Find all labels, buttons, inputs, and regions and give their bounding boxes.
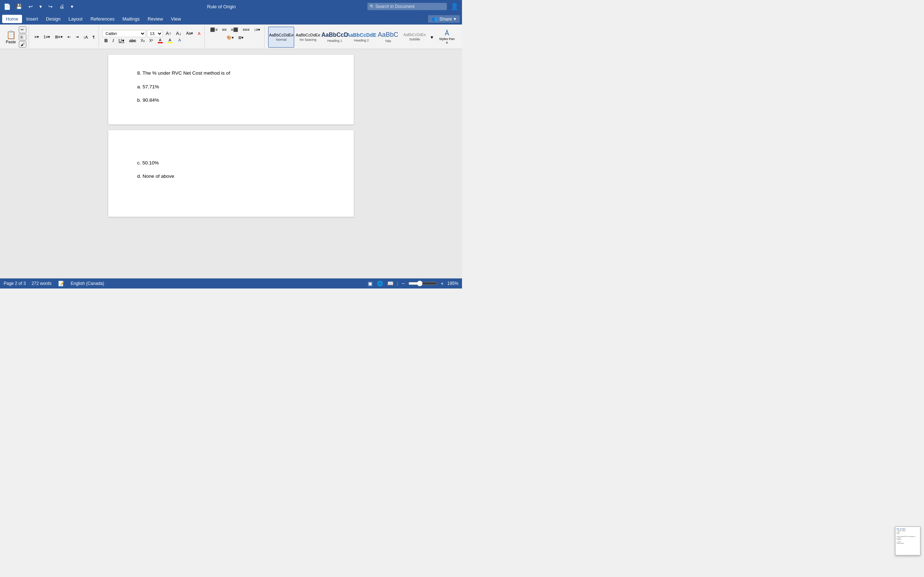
document-area: 8. The % under RVC Net Cost method is of… <box>0 49 462 279</box>
style-normal-preview: AaBbCcDdEe <box>269 33 294 37</box>
undo-button[interactable]: ↩ <box>26 3 35 10</box>
menu-insert[interactable]: Insert <box>23 15 42 23</box>
search-input[interactable] <box>367 3 447 10</box>
strikethrough-button[interactable]: abc <box>128 37 138 44</box>
text-effect-button[interactable]: A <box>175 37 184 44</box>
highlight-color-button[interactable]: A <box>166 37 174 44</box>
font-color-preview: A <box>159 38 162 42</box>
paragraph-group: ⬛≡ ≡≡ ≡⬛ ≡≡≡ ↕≡▾ 🎨▾ ⊞▾ <box>206 26 265 48</box>
menu-references[interactable]: References <box>87 15 118 23</box>
print-layout-icon[interactable]: ▣ <box>367 280 373 287</box>
subscript-button[interactable]: X₂ <box>139 37 147 44</box>
styles-more-button[interactable]: ▾ <box>428 27 435 48</box>
redo-button[interactable]: ↪ <box>46 3 55 10</box>
customize-button[interactable]: ▾ <box>69 3 76 10</box>
copy-button[interactable]: ⎘ <box>19 34 26 40</box>
show-formatting-button[interactable]: ¶ <box>90 34 96 41</box>
user-icon[interactable]: 👤 <box>451 3 459 10</box>
cut-icon: ✂ <box>21 27 24 32</box>
format-painter-button[interactable]: 🖌 <box>19 41 26 48</box>
menu-review[interactable]: Review <box>144 15 167 23</box>
language[interactable]: English (Canada) <box>71 281 104 286</box>
zoom-out-icon[interactable]: − <box>401 280 405 287</box>
save-button[interactable]: 💾 <box>14 3 24 10</box>
document-title: Rule of Origin <box>207 4 236 10</box>
text-effect-indicator <box>177 42 182 43</box>
text-effect-preview: A <box>178 38 181 42</box>
menu-design[interactable]: Design <box>42 15 64 23</box>
font-grow-button[interactable]: A↑ <box>164 30 173 37</box>
styles-group: AaBbCcDdEe Normal AaBbCcDdEe No Spacing … <box>266 26 460 48</box>
share-icon: 👥 <box>432 16 438 22</box>
font-group: Calibri 13.5 A↑ A↓ Aa▾ A B I U▾ abc X₂ X… <box>100 26 205 48</box>
style-title-preview: AaBbC <box>378 31 399 39</box>
shading-button[interactable]: 🎨▾ <box>225 34 236 41</box>
styles-pane-button[interactable]: Ā Styles Pane <box>436 28 458 46</box>
menu-mailings[interactable]: Mailings <box>119 15 143 23</box>
cut-button[interactable]: ✂ <box>19 26 26 33</box>
menu-home[interactable]: Home <box>2 15 22 23</box>
font-family-select[interactable]: Calibri <box>102 30 146 37</box>
border-button[interactable]: ⊞▾ <box>236 34 246 41</box>
superscript-button[interactable]: X² <box>148 37 155 44</box>
styles-pane-icon: Ā <box>445 29 449 37</box>
ribbon: 📋 Paste ✂ ⎘ 🖌 ≡▾ 1≡▾ ⊞≡▾ ⇤ ⇥ ↕A ¶ <box>0 24 462 49</box>
justify-button[interactable]: ≡≡≡ <box>241 26 251 33</box>
spell-check-icon[interactable]: 📝 <box>57 280 65 287</box>
font-color-button[interactable]: A <box>156 37 165 44</box>
page-1-content: 8. The % under RVC Net Cost method is of… <box>137 69 325 104</box>
style-normal[interactable]: AaBbCcDdEe Normal <box>268 27 294 48</box>
font-controls: Calibri 13.5 A↑ A↓ Aa▾ A B I U▾ abc X₂ X… <box>102 30 202 44</box>
print-button[interactable]: 🖨 <box>57 3 66 10</box>
web-layout-icon[interactable]: 🌐 <box>376 280 384 287</box>
word-icon: 📄 <box>3 3 11 10</box>
paste-button[interactable]: 📋 Paste <box>4 29 17 45</box>
read-mode-icon[interactable]: 📖 <box>386 280 394 287</box>
zoom-level[interactable]: 195% <box>447 281 459 286</box>
change-case-button[interactable]: Aa▾ <box>184 30 195 37</box>
title-bar-left: 📄 💾 ↩ ▾ ↪ 🖨 ▾ <box>3 3 76 10</box>
align-left-button[interactable]: ⬛≡ <box>208 26 219 33</box>
format-painter-icon: 🖌 <box>21 42 24 47</box>
clear-format-button[interactable]: A <box>196 30 202 37</box>
zoom-in-icon[interactable]: + <box>440 280 444 287</box>
menu-view[interactable]: View <box>168 15 185 23</box>
share-label: Share <box>439 16 452 22</box>
align-right-button[interactable]: ≡⬛ <box>229 26 240 33</box>
sort-button[interactable]: ↕A <box>82 34 90 41</box>
style-subtitle-label: Subtitle <box>409 37 420 41</box>
style-title[interactable]: AaBbC Title <box>375 27 401 48</box>
multilevel-list-button[interactable]: ⊞≡▾ <box>53 34 64 41</box>
status-bar: Page 2 of 3 272 words 📝 English (Canada)… <box>0 279 462 288</box>
zoom-slider[interactable] <box>408 280 437 286</box>
option-b: b. 90.84% <box>137 96 325 104</box>
page-2: c. 50.10% d. None of above <box>108 130 354 217</box>
unordered-list-button[interactable]: ≡▾ <box>32 34 40 41</box>
clipboard-group: 📋 Paste ✂ ⎘ 🖌 <box>2 26 29 48</box>
option-a: a. 57.71% <box>137 83 325 91</box>
underline-button[interactable]: U▾ <box>116 37 126 44</box>
word-count[interactable]: 272 words <box>31 281 51 286</box>
italic-button[interactable]: I <box>111 37 116 44</box>
font-size-select[interactable]: 13.5 <box>147 30 163 37</box>
style-nospacing-preview: AaBbCcDdEe <box>296 33 320 37</box>
style-heading2[interactable]: AaBbCcDdE Heading 2 <box>348 27 374 48</box>
font-shrink-button[interactable]: A↓ <box>174 30 183 37</box>
style-heading2-preview: AaBbCcDdE <box>347 32 376 38</box>
page-2-content: c. 50.10% d. None of above <box>137 159 325 180</box>
indent-increase-button[interactable]: ⇥ <box>74 34 81 41</box>
bold-button[interactable]: B <box>102 37 109 44</box>
style-subtitle[interactable]: AaBbCcDdEe Subtitle <box>402 27 428 48</box>
font-row1: Calibri 13.5 A↑ A↓ Aa▾ A <box>102 30 202 37</box>
menu-layout[interactable]: Layout <box>65 15 86 23</box>
indent-decrease-button[interactable]: ⇤ <box>66 34 73 41</box>
undo-dropdown[interactable]: ▾ <box>37 3 44 10</box>
align-center-button[interactable]: ≡≡ <box>220 26 228 33</box>
style-heading1[interactable]: AaBbCcD Heading 1 <box>321 27 347 48</box>
style-no-spacing[interactable]: AaBbCcDdEe No Spacing <box>295 27 321 48</box>
ordered-list-button[interactable]: 1≡▾ <box>42 34 52 41</box>
page-info[interactable]: Page 2 of 3 <box>3 281 26 286</box>
line-spacing-button[interactable]: ↕≡▾ <box>252 26 262 33</box>
paste-label: Paste <box>6 40 16 44</box>
share-button[interactable]: 👥 Share ▾ <box>428 15 460 23</box>
